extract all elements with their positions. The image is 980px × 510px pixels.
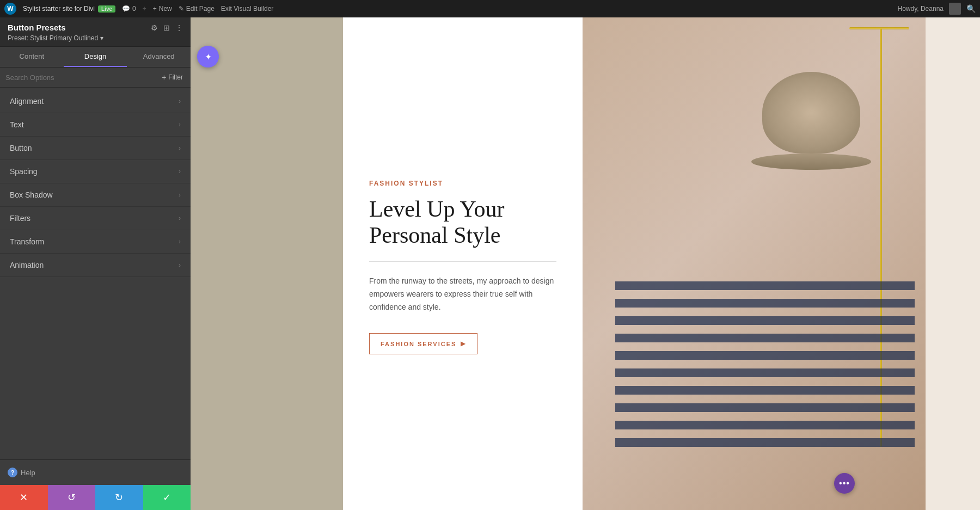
- site-info: Stylist starter site for Divi Live: [23, 5, 115, 13]
- option-label-box-shadow: Box Shadow: [10, 191, 53, 199]
- more-icon[interactable]: ⋮: [175, 23, 183, 32]
- option-button[interactable]: Button ›: [0, 137, 191, 160]
- button-label: Fashion Services: [381, 341, 456, 347]
- chevron-down-icon: ›: [179, 191, 181, 199]
- live-badge: Live: [98, 5, 115, 13]
- divi-icon: ✦: [205, 52, 212, 62]
- stripe-3: [615, 316, 915, 325]
- stripe-4: [615, 334, 915, 342]
- chevron-down-icon: ›: [179, 144, 181, 152]
- stripe-7: [615, 386, 915, 395]
- hat-body: [762, 72, 860, 153]
- search-row: + Filter: [0, 67, 191, 88]
- help-link[interactable]: Help: [21, 469, 35, 477]
- tab-content[interactable]: Content: [0, 47, 64, 67]
- option-label-transform: Transform: [10, 237, 44, 246]
- stripe-10: [615, 438, 915, 447]
- filter-label: Filter: [168, 73, 183, 81]
- chevron-down-icon: ›: [179, 97, 181, 105]
- shirt-area: [615, 281, 915, 456]
- hat-shape: [751, 61, 871, 170]
- hat-brim: [751, 153, 871, 170]
- option-alignment[interactable]: Alignment ›: [0, 90, 191, 113]
- search-input[interactable]: [5, 73, 156, 82]
- bottom-toolbar: ✕ ↺ ↻ ✓: [0, 485, 191, 510]
- main-layout: Button Presets ⚙ ⊞ ⋮ Preset: Stylist Pri…: [0, 17, 980, 510]
- site-name[interactable]: Stylist starter site for Divi: [23, 5, 95, 13]
- undo-button[interactable]: ↺: [48, 485, 96, 510]
- stripe-1: [615, 281, 915, 290]
- panel-tabs: Content Design Advanced: [0, 47, 191, 67]
- option-label-text: Text: [10, 120, 24, 129]
- edit-page-link[interactable]: ✎ Edit Page: [179, 5, 215, 13]
- save-icon: ✓: [163, 491, 171, 503]
- panel-title: Button Presets: [8, 23, 66, 32]
- hero-photo: •••: [583, 17, 926, 510]
- settings-icon[interactable]: ⚙: [151, 23, 158, 32]
- option-label-alignment: Alignment: [10, 97, 44, 106]
- card-body: From the runway to the streets, my appro…: [369, 275, 556, 314]
- user-avatar: [949, 3, 961, 15]
- exit-vb-button[interactable]: Exit Visual Builder: [221, 5, 274, 13]
- separator-1: +: [143, 5, 146, 13]
- undo-icon: ↺: [68, 491, 76, 503]
- chevron-down-icon: ›: [179, 168, 181, 175]
- help-icon: ?: [8, 468, 17, 477]
- tab-design[interactable]: Design: [64, 47, 127, 67]
- hero-right-edge: [926, 17, 980, 510]
- option-label-button: Button: [10, 144, 32, 152]
- new-button[interactable]: + New: [153, 5, 172, 13]
- option-animation[interactable]: Animation ›: [0, 254, 191, 277]
- preset-chevron-icon: ▾: [100, 34, 103, 42]
- comment-icon: 💬: [122, 5, 130, 13]
- search-icon[interactable]: 🔍: [966, 4, 976, 13]
- redo-button[interactable]: ↻: [95, 485, 143, 510]
- option-spacing[interactable]: Spacing ›: [0, 160, 191, 183]
- cancel-icon: ✕: [20, 491, 28, 503]
- option-label-spacing: Spacing: [10, 167, 38, 176]
- wordpress-icon[interactable]: W: [4, 3, 16, 15]
- comment-count[interactable]: 💬 0: [122, 5, 136, 13]
- topbar-right: Howdy, Deanna 🔍: [898, 3, 976, 15]
- stripe-2: [615, 299, 915, 308]
- rack-horizontal: [849, 27, 909, 29]
- divi-float-button[interactable]: ✦: [197, 46, 219, 67]
- option-transform[interactable]: Transform ›: [0, 230, 191, 254]
- chevron-down-icon: ›: [179, 261, 181, 269]
- content-area: ✦ Fashion Stylist Level Up Your Personal…: [191, 17, 980, 510]
- top-bar: W Stylist starter site for Divi Live 💬 0…: [0, 0, 980, 17]
- preset-label: Preset: Stylist Primary Outlined: [8, 34, 98, 42]
- new-plus-icon: +: [153, 5, 157, 13]
- three-dots-menu-button[interactable]: •••: [834, 473, 855, 494]
- cancel-button[interactable]: ✕: [0, 485, 48, 510]
- option-label-animation: Animation: [10, 261, 44, 269]
- preset-selector[interactable]: Preset: Stylist Primary Outlined ▾: [8, 34, 183, 42]
- tab-advanced[interactable]: Advanced: [127, 47, 191, 67]
- howdy-text: Howdy, Deanna: [898, 5, 944, 13]
- hero-left-bg: [191, 17, 343, 510]
- card-category: Fashion Stylist: [369, 180, 556, 187]
- button-arrow-icon: ▶: [461, 340, 466, 347]
- chevron-down-icon: ›: [179, 121, 181, 128]
- stripe-6: [615, 368, 915, 377]
- redo-icon: ↻: [115, 491, 123, 503]
- edit-icon: ✎: [179, 5, 184, 13]
- columns-icon[interactable]: ⊞: [163, 23, 170, 32]
- filter-plus-icon: +: [162, 73, 166, 82]
- option-filters[interactable]: Filters ›: [0, 207, 191, 230]
- option-text[interactable]: Text ›: [0, 113, 191, 137]
- chevron-down-icon: ›: [179, 238, 181, 245]
- fashion-services-button[interactable]: Fashion Services ▶: [369, 333, 477, 354]
- hero-card: Fashion Stylist Level Up Your Personal S…: [343, 17, 583, 510]
- left-panel: Button Presets ⚙ ⊞ ⋮ Preset: Stylist Pri…: [0, 17, 191, 510]
- three-dots-icon: •••: [839, 478, 850, 488]
- stripe-9: [615, 421, 915, 429]
- stripe-8: [615, 403, 915, 412]
- option-box-shadow[interactable]: Box Shadow ›: [0, 183, 191, 207]
- hero-section: Fashion Stylist Level Up Your Personal S…: [191, 17, 980, 510]
- panel-title-row: Button Presets ⚙ ⊞ ⋮: [8, 23, 183, 32]
- filter-button[interactable]: + Filter: [160, 72, 185, 83]
- save-button[interactable]: ✓: [143, 485, 191, 510]
- panel-header: Button Presets ⚙ ⊞ ⋮ Preset: Stylist Pri…: [0, 17, 191, 47]
- option-label-filters: Filters: [10, 214, 30, 223]
